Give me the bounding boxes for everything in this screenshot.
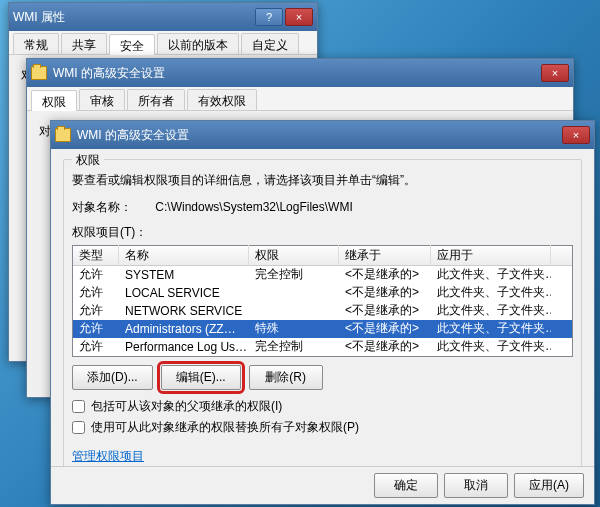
tab-effective[interactable]: 有效权限 — [187, 89, 257, 110]
cell-inh: <不是继承的> — [339, 319, 431, 338]
cell-perm — [249, 310, 339, 312]
permission-items-label: 权限项目(T)： — [72, 224, 573, 241]
dialog-footer: 确定 取消 应用(A) — [51, 466, 594, 504]
replace-child-checkbox[interactable] — [72, 421, 85, 434]
cell-app: 此文件夹、子文件夹… — [431, 319, 551, 338]
cell-type: 允许 — [73, 319, 119, 338]
col-perm[interactable]: 权限 — [249, 245, 339, 266]
cell-name: Performance Log Us… — [119, 339, 249, 355]
content: 权限 要查看或编辑权限项目的详细信息，请选择该项目并单击“编辑”。 对象名称： … — [51, 149, 594, 484]
cell-name: SYSTEM — [119, 267, 249, 283]
cell-app: 此文件夹、子文件夹… — [431, 337, 551, 356]
groupbox-title: 权限 — [72, 152, 104, 169]
cell-perm — [249, 292, 339, 294]
close-button[interactable]: × — [541, 64, 569, 82]
edit-button[interactable]: 编辑(E)... — [161, 365, 241, 390]
include-inherit-checkbox[interactable] — [72, 400, 85, 413]
close-button[interactable]: × — [285, 8, 313, 26]
object-name-value: C:\Windows\System32\LogFiles\WMI — [155, 200, 352, 214]
cell-app: 此文件夹、子文件夹… — [431, 283, 551, 302]
tab-custom[interactable]: 自定义 — [241, 33, 299, 54]
cell-name: NETWORK SERVICE — [119, 303, 249, 319]
folder-icon — [55, 128, 71, 142]
titlebar[interactable]: WMI 的高级安全设置 × — [27, 59, 573, 87]
cell-type: 允许 — [73, 265, 119, 284]
table-row[interactable]: 允许NETWORK SERVICE<不是继承的>此文件夹、子文件夹… — [73, 302, 572, 320]
tabs: 常规 共享 安全 以前的版本 自定义 — [9, 31, 317, 55]
titlebar[interactable]: WMI 的高级安全设置 × — [51, 121, 594, 149]
col-inh[interactable]: 继承于 — [339, 245, 431, 266]
titlebar[interactable]: WMI 属性 ? × — [9, 3, 317, 31]
window-title: WMI 属性 — [13, 9, 253, 26]
close-button[interactable]: × — [562, 126, 590, 144]
cell-app: 此文件夹、子文件夹… — [431, 301, 551, 320]
list-header: 类型 名称 权限 继承于 应用于 — [73, 246, 572, 266]
cell-type: 允许 — [73, 283, 119, 302]
include-inherit-row: 包括可从该对象的父项继承的权限(I) — [72, 398, 573, 415]
add-button[interactable]: 添加(D)... — [72, 365, 153, 390]
cell-type: 允许 — [73, 337, 119, 356]
cell-inh: <不是继承的> — [339, 301, 431, 320]
object-name-label: 对象名称： — [72, 200, 132, 214]
advanced-security-window-2: WMI 的高级安全设置 × 权限 要查看或编辑权限项目的详细信息，请选择该项目并… — [50, 120, 595, 505]
tab-owner[interactable]: 所有者 — [127, 89, 185, 110]
window-title: WMI 的高级安全设置 — [77, 127, 560, 144]
col-type[interactable]: 类型 — [73, 245, 119, 266]
tab-auditing[interactable]: 审核 — [79, 89, 125, 110]
cell-perm: 完全控制 — [249, 265, 339, 284]
tab-security[interactable]: 安全 — [109, 34, 155, 55]
apply-button[interactable]: 应用(A) — [514, 473, 584, 498]
include-inherit-label: 包括可从该对象的父项继承的权限(I) — [91, 398, 282, 415]
tab-permissions[interactable]: 权限 — [31, 90, 77, 111]
table-row[interactable]: 允许LOCAL SERVICE<不是继承的>此文件夹、子文件夹… — [73, 284, 572, 302]
help-button[interactable]: ? — [255, 8, 283, 26]
ok-button[interactable]: 确定 — [374, 473, 438, 498]
button-row: 添加(D)... 编辑(E)... 删除(R) — [72, 365, 573, 390]
col-name[interactable]: 名称 — [119, 245, 249, 266]
tab-previous[interactable]: 以前的版本 — [157, 33, 239, 54]
tabs: 权限 审核 所有者 有效权限 — [27, 87, 573, 111]
replace-child-label: 使用可从此对象继承的权限替换所有子对象权限(P) — [91, 419, 359, 436]
cell-app: 此文件夹、子文件夹… — [431, 265, 551, 284]
cell-perm: 特殊 — [249, 319, 339, 338]
cell-type: 允许 — [73, 301, 119, 320]
cell-inh: <不是继承的> — [339, 265, 431, 284]
object-name-row: 对象名称： C:\Windows\System32\LogFiles\WMI — [72, 199, 573, 216]
tab-sharing[interactable]: 共享 — [61, 33, 107, 54]
tab-general[interactable]: 常规 — [13, 33, 59, 54]
cell-inh: <不是继承的> — [339, 337, 431, 356]
folder-icon — [31, 66, 47, 80]
remove-button[interactable]: 删除(R) — [249, 365, 323, 390]
col-app[interactable]: 应用于 — [431, 245, 551, 266]
permissions-group: 权限 要查看或编辑权限项目的详细信息，请选择该项目并单击“编辑”。 对象名称： … — [63, 159, 582, 474]
table-row[interactable]: 允许Administrators (ZZ…特殊<不是继承的>此文件夹、子文件夹… — [73, 320, 572, 338]
instruction-text: 要查看或编辑权限项目的详细信息，请选择该项目并单击“编辑”。 — [72, 172, 573, 189]
cell-perm: 完全控制 — [249, 337, 339, 356]
cancel-button[interactable]: 取消 — [444, 473, 508, 498]
cell-inh: <不是继承的> — [339, 283, 431, 302]
table-row[interactable]: 允许SYSTEM完全控制<不是继承的>此文件夹、子文件夹… — [73, 266, 572, 284]
window-title: WMI 的高级安全设置 — [53, 65, 539, 82]
cell-name: Administrators (ZZ… — [119, 321, 249, 337]
permission-list[interactable]: 类型 名称 权限 继承于 应用于 允许SYSTEM完全控制<不是继承的>此文件夹… — [72, 245, 573, 357]
manage-permissions-link[interactable]: 管理权限项目 — [72, 448, 144, 465]
cell-name: LOCAL SERVICE — [119, 285, 249, 301]
table-row[interactable]: 允许Performance Log Us…完全控制<不是继承的>此文件夹、子文件… — [73, 338, 572, 356]
replace-child-row: 使用可从此对象继承的权限替换所有子对象权限(P) — [72, 419, 573, 436]
